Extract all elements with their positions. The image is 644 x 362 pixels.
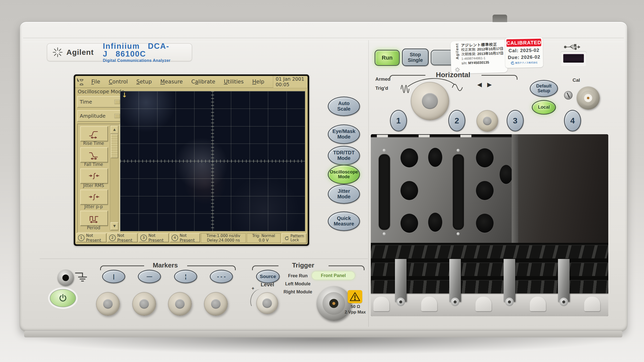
- vent-hole: [476, 181, 494, 200]
- menu-item-setup[interactable]: Setup: [136, 79, 152, 85]
- quick-measure-button[interactable]: QuickMeasure: [328, 211, 360, 231]
- marker-solid-horizontal-knob[interactable]: [132, 292, 156, 316]
- calibrated-sticker: CALIBRATED Cal: 2025-02 Due: 2026-02 東西テ…: [505, 37, 543, 68]
- run-button[interactable]: Run: [375, 50, 400, 66]
- default-setup-button[interactable]: DefaultSetup: [530, 80, 558, 97]
- timebase-status[interactable]: Time:1.000 ns/div Delay:24.0000 ns: [201, 233, 246, 243]
- max-input-label: 2 Vpp Max: [340, 310, 370, 315]
- channel-3-status-button[interactable]: 3Not Present: [139, 233, 169, 242]
- time-dropdown[interactable]: Time: [77, 96, 123, 108]
- marker-dashed-vertical-knob[interactable]: [168, 292, 192, 316]
- eye-mask-mode-button[interactable]: Eye/MaskMode: [328, 124, 360, 144]
- scrollbar[interactable]: ▲ ▼: [110, 125, 118, 231]
- local-button[interactable]: Local: [532, 100, 556, 115]
- marker-solid-vertical-button[interactable]: |: [102, 270, 125, 283]
- timebase-scale: Time:1.000 ns/div: [207, 234, 240, 238]
- horizontal-bracket-right: [481, 75, 517, 80]
- front-panel-indicator: Front Panel: [312, 272, 355, 280]
- mode-button-line2: Measure: [334, 221, 354, 227]
- period-icon: [88, 213, 100, 223]
- trigger-source-button[interactable]: Source: [256, 270, 280, 283]
- delay-knob[interactable]: [476, 110, 498, 132]
- menu-item-measure[interactable]: Measure: [160, 79, 183, 85]
- timebase-knob[interactable]: [411, 82, 449, 120]
- serial-row: s/n: MY45030135: [461, 60, 506, 66]
- marker-glyph: ¦: [185, 274, 186, 280]
- channel-number: 1: [78, 235, 85, 241]
- scroll-up-button[interactable]: ▲: [110, 126, 118, 134]
- channel-number: 4: [172, 235, 178, 241]
- mode-button-line2: Scale: [337, 106, 350, 112]
- calibration-company: 東西テクノス株式会社: [507, 61, 542, 65]
- bay-backplate: [371, 137, 512, 243]
- channel-1-status-button[interactable]: 1Not Present: [76, 233, 106, 242]
- marker-solid-horizontal-button[interactable]: —: [138, 270, 161, 283]
- hourglass-cursor-icon: [77, 78, 84, 86]
- scroll-thumb[interactable]: [111, 134, 118, 158]
- menu-item-control[interactable]: Control: [109, 79, 128, 85]
- stop-single-button[interactable]: StopSingle: [402, 49, 429, 66]
- marker-dashed-horizontal-button[interactable]: - - -: [210, 270, 233, 283]
- trigger-mode: Trig: Normal: [252, 234, 275, 238]
- menu-item-utilities[interactable]: Utilities: [224, 79, 244, 85]
- trigger-level-marker-icon: ↓: [122, 91, 127, 99]
- channel-2-status-button[interactable]: 2Not Present: [107, 233, 138, 242]
- channel-number: 2: [109, 235, 116, 241]
- vent-hole: [428, 148, 442, 167]
- mode-button-line2: Mode: [337, 134, 350, 140]
- vent-hole: [400, 148, 418, 167]
- channel-status-text: Not Present: [180, 233, 199, 243]
- pattern-lock-button[interactable]: PatternLock: [281, 233, 307, 243]
- channel-4-front-button[interactable]: 4: [564, 110, 581, 131]
- fall-time-button[interactable]: [80, 147, 108, 162]
- channel-4-status-button[interactable]: 4Not Present: [170, 233, 200, 242]
- status-bar: 1Not Present2Not Present3Not Present4Not…: [76, 233, 307, 243]
- oscilloscope-mode-button[interactable]: OscilloscopeMode: [328, 165, 360, 184]
- knob-center: [262, 298, 272, 308]
- channel-2-front-button[interactable]: 2: [448, 110, 465, 131]
- channel-status-buttons: 1Not Present2Not Present3Not Present4Not…: [76, 233, 200, 243]
- menu-item-help[interactable]: Help: [252, 79, 264, 85]
- power-button[interactable]: [50, 289, 76, 307]
- jitter-mode-button[interactable]: JitterMode: [328, 184, 360, 204]
- mode-button-line2: Mode: [338, 174, 350, 179]
- trigger-level-knob[interactable]: [256, 292, 278, 314]
- trigger-option-right-module: Right Module: [279, 289, 317, 295]
- usb-port: [560, 51, 587, 65]
- dropdown-icon: [114, 114, 120, 118]
- sill-tab: [530, 297, 546, 311]
- menu-item-file[interactable]: File: [91, 79, 100, 85]
- knob-center: [211, 299, 221, 309]
- trigger-bracket-left: [252, 265, 278, 270]
- knob-center: [139, 299, 149, 309]
- company-logo-icon: [511, 61, 514, 64]
- trigger-input-connector: [316, 286, 351, 321]
- auto-scale-button[interactable]: AutoScale: [328, 97, 360, 116]
- fall-time-label: Fall Time: [78, 162, 109, 167]
- amplitude-dropdown-label: Amplitude: [80, 113, 106, 119]
- jitter-rms-button[interactable]: [80, 168, 108, 184]
- sill-tab: [584, 297, 600, 311]
- jitter-rms-label: Jitter RMS: [78, 183, 109, 188]
- rise-time-button[interactable]: [80, 126, 108, 141]
- marker-dashed-horizontal-knob[interactable]: [204, 292, 228, 316]
- channel-1-front-button[interactable]: 1: [390, 110, 407, 131]
- time-dropdown-label: Time: [80, 99, 92, 105]
- menu-item-calibrate[interactable]: Calibrate: [191, 79, 215, 85]
- tdr-tdt-mode-button[interactable]: TDR/TDTMode: [328, 146, 360, 165]
- marker-solid-vertical-knob[interactable]: [96, 292, 120, 316]
- marker-dashed-vertical-button[interactable]: ¦: [174, 270, 197, 283]
- amplitude-dropdown[interactable]: Amplitude: [77, 110, 123, 122]
- channel-3-front-button[interactable]: 3: [507, 110, 524, 131]
- trigger-status[interactable]: Trig: Normal 0.0 V: [247, 233, 280, 243]
- channel-button-number: 2: [455, 116, 459, 125]
- knob-center: [175, 299, 185, 309]
- level-plus-label: +: [252, 286, 254, 291]
- marker-glyph: |: [113, 274, 114, 280]
- calibrated-banner: CALIBRATED: [506, 39, 541, 47]
- chassis-seam-vertical: [368, 40, 369, 327]
- jitter-p-p-button[interactable]: [80, 190, 108, 205]
- datetime-display: 01 Jan 2001 00:05: [273, 76, 308, 88]
- period-button[interactable]: [80, 211, 108, 226]
- scroll-down-button[interactable]: ▼: [110, 222, 118, 230]
